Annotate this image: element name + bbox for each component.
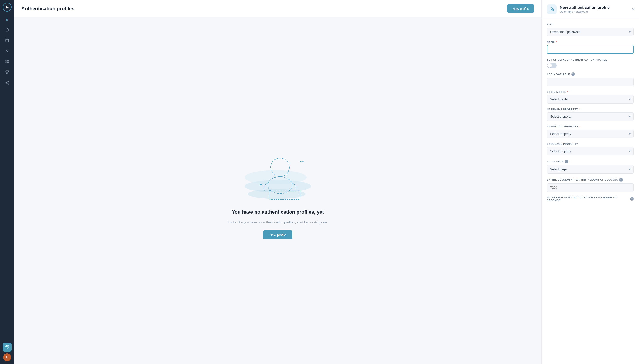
sidebar-item-share[interactable] [3, 79, 12, 88]
language-property-section: LANGUAGE PROPERTY Select property [547, 142, 634, 156]
username-property-select[interactable]: Select property [547, 112, 634, 121]
app-logo[interactable]: ▶ [3, 3, 12, 12]
name-label: NAME* [547, 40, 634, 43]
page-header: Authentication profiles New profile [14, 0, 541, 17]
svg-point-8 [8, 84, 9, 85]
new-profile-button-empty[interactable]: New profile [263, 230, 292, 240]
svg-rect-2 [6, 60, 7, 61]
username-property-label: USERNAME PROPERTY* [547, 108, 634, 110]
panel-icon [547, 4, 557, 14]
sidebar-item-store[interactable] [3, 68, 12, 77]
modules-icon [5, 60, 9, 64]
refresh-token-label: REFRESH TOKEN TIMEOUT AFTER THIS AMOUNT … [547, 196, 634, 202]
share-icon [5, 81, 9, 86]
svg-point-18 [551, 8, 553, 9]
svg-rect-3 [8, 60, 9, 61]
sidebar: ▶ B U [0, 0, 14, 364]
login-model-section: LOGIN MODEL* Select model [547, 91, 634, 104]
expire-session-section: EXPIRE SESSION AFTER THIS AMOUNT OF SECO… [547, 178, 634, 192]
svg-point-11 [7, 346, 8, 347]
login-variable-label: LOGIN VARIABLE ? [547, 72, 634, 76]
refresh-token-help-icon[interactable]: ? [630, 197, 634, 200]
empty-illustration [231, 142, 325, 204]
refresh-token-section: REFRESH TOKEN TIMEOUT AFTER THIS AMOUNT … [547, 196, 634, 202]
default-auth-section: SET AS DEFAULT AUTHENTICATION PROFILE [547, 58, 634, 68]
login-page-label: LOGIN PAGE ? [547, 160, 634, 164]
sidebar-item-events[interactable] [3, 47, 12, 56]
expire-session-input[interactable] [547, 183, 634, 192]
language-property-label: LANGUAGE PROPERTY [547, 142, 634, 145]
panel-title-group: New authentication profile Username / pa… [560, 5, 610, 13]
login-model-label: LOGIN MODEL* [547, 91, 634, 93]
username-property-section: USERNAME PROPERTY* Select property [547, 108, 634, 121]
sidebar-item-modules[interactable] [3, 58, 12, 66]
panel-title: New authentication profile [560, 5, 610, 10]
data-icon [5, 38, 9, 43]
kind-section: KIND Username / password OAuth JWT [547, 23, 634, 36]
page-title: Authentication profiles [21, 6, 75, 12]
password-property-section: PASSWORD PROPERTY* Select property [547, 125, 634, 138]
sidebar-item-data[interactable] [3, 36, 12, 45]
expire-session-label: EXPIRE SESSION AFTER THIS AMOUNT OF SECO… [547, 178, 634, 182]
side-panel: New authentication profile Username / pa… [541, 0, 639, 364]
svg-rect-4 [6, 62, 7, 63]
login-variable-section: LOGIN VARIABLE ? [547, 72, 634, 86]
svg-point-6 [8, 81, 9, 82]
name-section: NAME* [547, 40, 634, 54]
panel-subtitle: Username / password [560, 10, 610, 13]
svg-rect-5 [8, 62, 9, 63]
sidebar-item-build[interactable]: B [3, 15, 12, 24]
login-page-section: LOGIN PAGE ? Select page [547, 160, 634, 174]
default-auth-toggle-wrapper [547, 63, 634, 68]
language-property-select[interactable]: Select property [547, 147, 634, 156]
play-icon: ▶ [6, 5, 9, 10]
svg-line-10 [7, 82, 8, 83]
new-profile-button-header[interactable]: New profile [507, 4, 534, 13]
avatar[interactable]: U [3, 353, 11, 361]
svg-point-0 [6, 39, 9, 40]
empty-state: You have no authentication profiles, yet… [14, 17, 541, 364]
empty-title: You have no authentication profiles, yet [232, 209, 324, 215]
default-auth-label: SET AS DEFAULT AUTHENTICATION PROFILE [547, 58, 634, 61]
sidebar-item-pages[interactable] [3, 26, 12, 34]
main-content: Authentication profiles New profile [14, 0, 541, 364]
panel-close-button[interactable]: × [632, 7, 634, 12]
svg-line-9 [7, 83, 8, 84]
login-variable-input[interactable] [547, 78, 634, 86]
panel-header: New authentication profile Username / pa… [542, 0, 639, 19]
settings-icon [5, 345, 9, 350]
login-page-select[interactable]: Select page [547, 165, 634, 174]
name-input[interactable] [547, 45, 634, 54]
sidebar-item-settings[interactable] [3, 343, 12, 352]
password-property-select[interactable]: Select property [547, 130, 634, 138]
login-variable-help-icon[interactable]: ? [571, 72, 575, 76]
expire-session-help-icon[interactable]: ? [619, 178, 623, 182]
kind-select[interactable]: Username / password OAuth JWT [547, 28, 634, 36]
password-property-label: PASSWORD PROPERTY* [547, 125, 634, 128]
pages-icon [5, 28, 9, 32]
svg-marker-1 [6, 50, 9, 53]
svg-point-14 [248, 189, 305, 199]
login-model-select[interactable]: Select model [547, 95, 634, 104]
store-icon [5, 70, 9, 75]
build-icon: B [6, 18, 8, 21]
login-page-help-icon[interactable]: ? [565, 160, 568, 164]
avatar-initials: U [6, 356, 8, 359]
lightning-icon [5, 49, 9, 54]
svg-point-7 [6, 82, 7, 84]
panel-body: KIND Username / password OAuth JWT NAME*… [542, 19, 639, 364]
empty-subtitle: Looks like you have no authentication pr… [228, 220, 328, 224]
kind-label: KIND [547, 23, 634, 26]
default-auth-toggle[interactable] [547, 63, 557, 68]
